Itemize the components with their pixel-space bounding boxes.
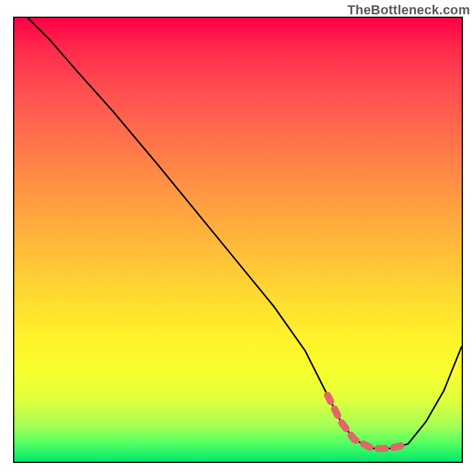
plot-area (13, 17, 463, 463)
bottleneck-curve (28, 18, 462, 449)
optimal-range-marker (327, 395, 408, 449)
curve-svg (14, 18, 462, 462)
watermark-text: TheBottleneck.com (347, 2, 470, 18)
chart-frame: TheBottleneck.com (0, 0, 476, 476)
